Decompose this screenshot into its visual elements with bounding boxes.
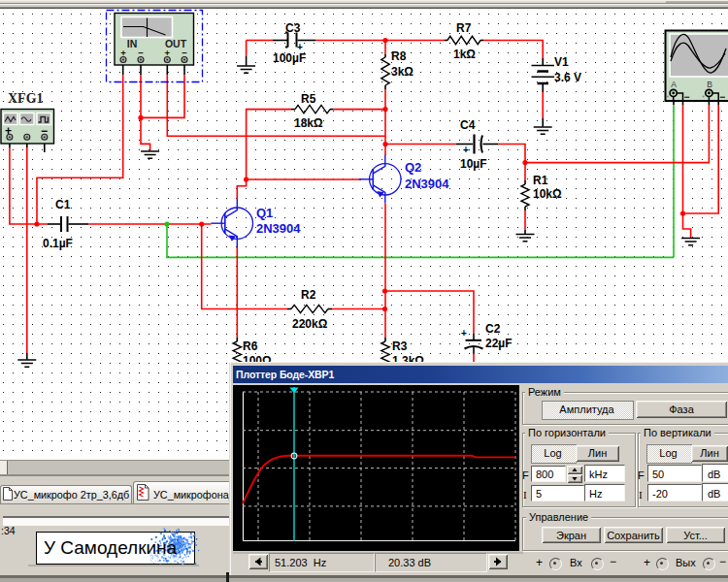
- svg-text:A: A: [671, 80, 677, 89]
- svg-text:18kΩ: 18kΩ: [294, 116, 323, 130]
- svg-text:R7: R7: [456, 21, 472, 35]
- svg-text:C1: C1: [55, 198, 71, 211]
- svg-text:R8: R8: [391, 49, 407, 63]
- svg-text:R6: R6: [243, 340, 258, 353]
- svg-text:220kΩ: 220kΩ: [292, 317, 328, 331]
- svg-text:V1: V1: [554, 55, 569, 69]
- svg-text:IN: IN: [127, 38, 138, 49]
- svg-text:+: +: [463, 145, 469, 155]
- svg-text:C3: C3: [285, 21, 301, 35]
- svg-text:Q2: Q2: [405, 160, 421, 175]
- svg-text:R2: R2: [301, 288, 316, 302]
- svg-text:C4: C4: [460, 118, 476, 132]
- svg-text:R5: R5: [301, 92, 316, 106]
- svg-text:R1: R1: [533, 174, 548, 187]
- svg-text:XFG1: XFG1: [8, 91, 44, 106]
- svg-text:0.1µF: 0.1µF: [43, 237, 73, 250]
- svg-text:+: +: [461, 328, 467, 339]
- svg-text:22µF: 22µF: [485, 337, 513, 350]
- svg-text:R3: R3: [392, 340, 408, 353]
- svg-text:100µF: 100µF: [273, 51, 306, 65]
- svg-text:2N3904: 2N3904: [256, 221, 301, 236]
- svg-text:10kΩ: 10kΩ: [533, 187, 562, 201]
- svg-text:3kΩ: 3kΩ: [391, 65, 414, 79]
- svg-text:C2: C2: [485, 322, 501, 336]
- svg-text:2N3904: 2N3904: [405, 177, 449, 191]
- svg-text:1kΩ: 1kΩ: [453, 48, 476, 61]
- svg-text:10µF: 10µF: [460, 157, 487, 171]
- svg-text:Q1: Q1: [256, 206, 273, 220]
- svg-text:3.6 V: 3.6 V: [554, 71, 581, 84]
- svg-text:B: B: [707, 80, 712, 89]
